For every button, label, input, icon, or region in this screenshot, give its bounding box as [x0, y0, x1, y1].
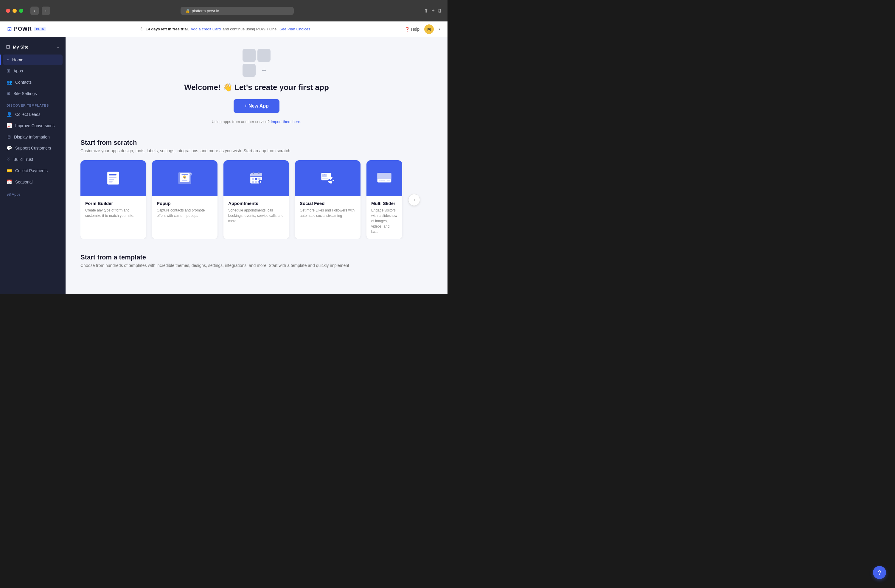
- social-feed-icon: f: [320, 170, 336, 186]
- avatar-chevron[interactable]: ▾: [438, 27, 440, 31]
- form-builder-body: Form Builder Create any type of form and…: [80, 196, 146, 223]
- carousel-next-button[interactable]: ›: [408, 194, 420, 206]
- multi-slider-desc: Engage visitors with a slideshow of imag…: [371, 208, 397, 235]
- popup-desc: Capture contacts and promote offers with…: [157, 208, 213, 218]
- sidebar-item-collect-leads[interactable]: 👤 Collect Leads: [3, 109, 62, 120]
- import-link[interactable]: Import them here.: [271, 120, 302, 124]
- collect-leads-icon: 👤: [6, 112, 12, 117]
- address-bar[interactable]: 🔒 platform.powr.io: [181, 7, 294, 15]
- app-card-form-builder[interactable]: Form Builder Create any type of form and…: [80, 160, 146, 239]
- svg-text:×: ×: [190, 173, 191, 176]
- sidebar-site-selector[interactable]: ⊡ My Site ⌄: [0, 42, 65, 55]
- new-app-button[interactable]: + New App: [234, 99, 279, 113]
- sidebar-home-label: Home: [12, 58, 23, 62]
- sidebar-discover-nav: 👤 Collect Leads 📈 Improve Conversions 🖥 …: [0, 109, 65, 187]
- help-icon: ❓: [405, 27, 410, 32]
- app-card-appointments[interactable]: + Appointments Schedule appointments, ca…: [223, 160, 289, 239]
- svg-text:+: +: [259, 180, 261, 183]
- tabs-button[interactable]: ⧉: [438, 8, 441, 14]
- sidebar-item-improve-conversions[interactable]: 📈 Improve Conversions: [3, 120, 62, 131]
- form-builder-desc: Create any type of form and customize it…: [85, 208, 141, 218]
- trial-banner: ⏱ 14 days left in free trial. Add a cred…: [46, 27, 405, 31]
- sidebar-display-label: Display Information: [14, 135, 50, 139]
- sidebar-contacts-label: Contacts: [15, 80, 32, 85]
- new-tab-button[interactable]: +: [431, 8, 435, 14]
- svg-point-31: [332, 177, 334, 180]
- sidebar-item-support-customers[interactable]: 💬 Support Customers: [3, 143, 62, 153]
- popup-thumb: ★ ×: [152, 160, 217, 196]
- trial-icon: ⏱: [140, 27, 144, 31]
- grid-cell-3: [243, 64, 256, 77]
- sidebar-item-site-settings[interactable]: ⚙ Site Settings: [3, 88, 62, 99]
- popup-icon: ★ ×: [177, 170, 193, 186]
- lock-icon: 🔒: [185, 9, 190, 13]
- forward-button[interactable]: ›: [42, 6, 50, 15]
- appointments-thumb: +: [223, 160, 289, 196]
- add-credit-card-link[interactable]: Add a credit Card: [191, 27, 221, 31]
- site-name: ⊡ My Site: [6, 44, 29, 50]
- svg-rect-21: [255, 181, 257, 183]
- svg-rect-36: [379, 180, 381, 181]
- sidebar-item-display-information[interactable]: 🖥 Display Information: [3, 132, 62, 142]
- top-bar-right: ❓ Help M ▾: [405, 24, 440, 34]
- contacts-icon: 👥: [6, 80, 12, 85]
- sidebar-trust-label: Build Trust: [14, 157, 33, 162]
- sidebar-item-contacts[interactable]: 👥 Contacts: [3, 77, 62, 88]
- multi-slider-name: Multi Slider: [371, 201, 397, 206]
- sidebar: ⊡ My Site ⌄ ⌂ Home ⊞ Apps 👥 Contacts: [0, 37, 65, 294]
- traffic-light-yellow[interactable]: [12, 9, 17, 13]
- form-builder-thumb: [80, 160, 146, 196]
- home-icon: ⌂: [6, 57, 9, 62]
- app-card-multi-slider[interactable]: Multi Slider Engage visitors with a slid…: [367, 160, 402, 239]
- popup-name: Popup: [157, 201, 213, 206]
- back-button[interactable]: ‹: [30, 6, 39, 15]
- sidebar-item-collect-payments[interactable]: 💳 Collect Payments: [3, 165, 62, 176]
- svg-rect-4: [109, 182, 113, 183]
- site-chevron: ⌄: [57, 45, 59, 49]
- user-avatar[interactable]: M: [424, 24, 434, 34]
- svg-rect-1: [109, 174, 117, 176]
- trial-middle-text: and continue using POWR One.: [223, 27, 278, 31]
- svg-rect-15: [250, 175, 262, 176]
- template-desc: Choose from hundreds of templates with i…: [80, 263, 432, 268]
- scratch-desc: Customize your apps design, fonts, label…: [80, 149, 432, 153]
- svg-rect-2: [109, 177, 117, 178]
- beta-badge: BETA: [34, 27, 46, 31]
- sidebar-nav: ⌂ Home ⊞ Apps 👥 Contacts ⚙ Site Settings: [0, 55, 65, 99]
- site-name-label: My Site: [13, 44, 29, 50]
- svg-text:★: ★: [184, 176, 186, 179]
- main-layout: ⊡ My Site ⌄ ⌂ Home ⊞ Apps 👥 Contacts: [0, 37, 448, 294]
- traffic-light-green[interactable]: [19, 9, 23, 13]
- form-builder-name: Form Builder: [85, 201, 141, 206]
- form-builder-icon: [105, 170, 121, 186]
- svg-point-33: [328, 179, 331, 182]
- svg-rect-17: [252, 178, 254, 180]
- help-button[interactable]: ❓ Help: [405, 27, 420, 32]
- grid-cell-1: [243, 49, 256, 62]
- popup-body: Popup Capture contacts and promote offer…: [152, 196, 217, 223]
- multi-slider-thumb: [367, 160, 402, 196]
- sidebar-item-home[interactable]: ⌂ Home: [3, 55, 62, 65]
- sidebar-item-build-trust[interactable]: ♡ Build Trust: [3, 154, 62, 165]
- traffic-light-red[interactable]: [6, 9, 10, 13]
- app-card-social-feed[interactable]: f Social Feed Get more Likes and Followe…: [295, 160, 361, 239]
- sidebar-seasonal-label: Seasonal: [15, 180, 32, 184]
- social-feed-thumb: f: [295, 160, 361, 196]
- main-content: + Welcome! 👋 Let's create your first app…: [65, 37, 448, 294]
- support-icon: 💬: [6, 145, 12, 151]
- help-label: Help: [411, 27, 420, 32]
- see-plan-choices-link[interactable]: See Plan Choices: [279, 27, 310, 31]
- logo-text: POWR: [14, 26, 32, 32]
- social-feed-name: Social Feed: [300, 201, 356, 206]
- display-icon: 🖥: [6, 134, 11, 139]
- template-title: Start from a template: [80, 253, 432, 261]
- sidebar-support-label: Support Customers: [15, 145, 51, 150]
- share-button[interactable]: ⬆: [424, 8, 428, 14]
- sidebar-collect-leads-label: Collect Leads: [15, 112, 41, 117]
- svg-rect-3: [109, 179, 114, 180]
- sidebar-item-seasonal[interactable]: 📅 Seasonal: [3, 177, 62, 187]
- scratch-section: Start from scratch Customize your apps d…: [80, 139, 432, 239]
- app-card-popup[interactable]: ★ × Popup Capture contacts and promote o…: [152, 160, 217, 239]
- sidebar-item-apps[interactable]: ⊞ Apps: [3, 65, 62, 76]
- import-static-text: Using apps from another service?: [212, 120, 271, 124]
